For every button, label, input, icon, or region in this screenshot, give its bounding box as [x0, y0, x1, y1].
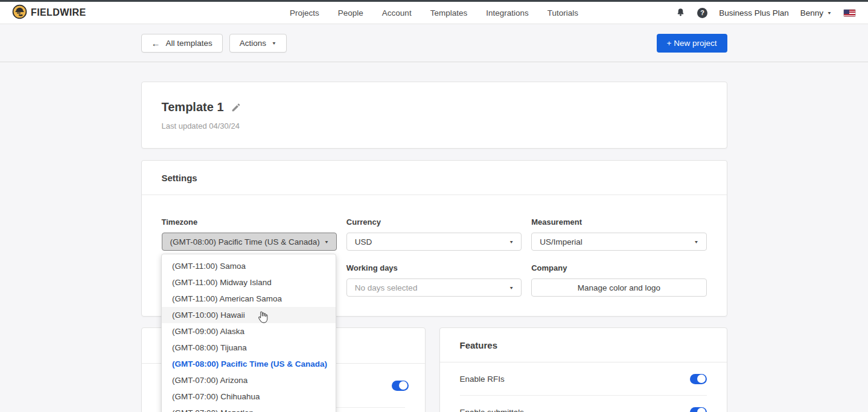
- measurement-label: Measurement: [531, 217, 706, 227]
- toggle-knob: [697, 375, 706, 383]
- chevron-down-icon: ▼: [827, 10, 832, 15]
- all-templates-button[interactable]: ← All templates: [141, 34, 223, 53]
- enable-rfis-label: Enable RFIs: [460, 375, 505, 384]
- actions-button[interactable]: Actions ▼: [229, 34, 287, 53]
- measurement-select[interactable]: US/Imperial ▼: [531, 233, 706, 251]
- chevron-down-icon: ▼: [509, 239, 514, 244]
- features-card: Features Enable RFIs Enable submittals: [439, 327, 727, 412]
- working-days-select[interactable]: No days selected ▼: [346, 278, 522, 297]
- timezone-select[interactable]: (GMT-08:00) Pacific Time (US & Canada) ▼: [162, 233, 337, 251]
- timezone-option[interactable]: (GMT-07:00) Arizona: [162, 372, 336, 388]
- timezone-field: Timezone (GMT-08:00) Pacific Time (US & …: [162, 217, 337, 251]
- timezone-option[interactable]: (GMT-08:00) Tijuana: [162, 340, 336, 356]
- feature-toggle-on[interactable]: [392, 381, 409, 391]
- nav-integrations[interactable]: Integrations: [486, 8, 529, 18]
- all-templates-label: All templates: [166, 39, 212, 48]
- measurement-value: US/Imperial: [540, 237, 582, 246]
- nav-projects[interactable]: Projects: [290, 8, 319, 18]
- template-header-card: Template 1 Last updated 04/30/24: [141, 82, 727, 149]
- enable-rfis-toggle-on[interactable]: [690, 374, 707, 384]
- fieldwire-logo-icon: [12, 4, 27, 22]
- actions-label: Actions: [240, 39, 266, 48]
- working-days-field: Working days No days selected ▼: [346, 263, 522, 297]
- company-label: Company: [531, 263, 706, 272]
- features-heading: Features: [440, 328, 727, 362]
- top-navbar: FIELDWIRE Projects People Account Templa…: [0, 2, 868, 24]
- last-updated-text: Last updated 04/30/24: [162, 121, 707, 130]
- page-toolbar: ← All templates Actions ▼ + New project: [0, 24, 868, 62]
- edit-pencil-icon[interactable]: [231, 102, 241, 113]
- enable-submittals-label: Enable submittals: [460, 408, 525, 412]
- timezone-label: Timezone: [162, 217, 337, 227]
- chevron-down-icon: ▼: [324, 239, 329, 244]
- chevron-down-icon: ▼: [272, 41, 276, 46]
- new-project-button[interactable]: + New project: [657, 34, 727, 53]
- chevron-down-icon: ▼: [509, 285, 514, 290]
- nav-people[interactable]: People: [338, 8, 363, 18]
- measurement-field: Measurement US/Imperial ▼: [531, 217, 706, 251]
- timezone-option[interactable]: (GMT-07:00) Chihuahua: [162, 388, 336, 405]
- timezone-option[interactable]: (GMT-09:00) Alaska: [162, 323, 336, 340]
- feature-row-submittals: Enable submittals: [440, 396, 727, 412]
- feature-row-rfis: Enable RFIs: [440, 362, 727, 395]
- timezone-dropdown: (GMT-11:00) Samoa (GMT-11:00) Midway Isl…: [161, 254, 336, 412]
- currency-value: USD: [355, 237, 372, 246]
- timezone-option[interactable]: (GMT-11:00) Midway Island: [162, 274, 336, 291]
- nav-templates[interactable]: Templates: [430, 8, 468, 18]
- timezone-option-hovered[interactable]: (GMT-10:00) Hawaii: [162, 307, 336, 323]
- language-flag-us[interactable]: [843, 9, 856, 17]
- toggle-knob: [399, 381, 407, 390]
- plan-badge[interactable]: Business Plus Plan: [719, 8, 789, 18]
- currency-label: Currency: [346, 217, 522, 227]
- enable-submittals-toggle-on[interactable]: [690, 407, 707, 412]
- user-menu[interactable]: Benny ▼: [800, 8, 832, 18]
- nav-tutorials[interactable]: Tutorials: [547, 8, 578, 18]
- manage-color-logo-button[interactable]: Manage color and logo: [531, 278, 706, 297]
- primary-nav: Projects People Account Templates Integr…: [290, 8, 578, 18]
- chevron-down-icon: ▼: [694, 239, 699, 244]
- notifications-bell-icon[interactable]: [675, 7, 686, 18]
- timezone-option[interactable]: (GMT-11:00) American Samoa: [162, 291, 336, 307]
- help-icon[interactable]: ?: [697, 8, 707, 18]
- fieldwire-logo[interactable]: FIELDWIRE: [12, 4, 86, 22]
- company-field: Company Manage color and logo: [531, 263, 706, 297]
- timezone-option[interactable]: (GMT-11:00) Samoa: [162, 258, 336, 274]
- toggle-knob: [697, 408, 706, 412]
- timezone-value: (GMT-08:00) Pacific Time (US & Canada): [170, 237, 320, 246]
- navbar-right: ? Business Plus Plan Benny ▼: [675, 7, 856, 18]
- main-content: Template 1 Last updated 04/30/24 Setting…: [0, 82, 868, 412]
- flag-canton: [844, 10, 849, 14]
- settings-heading: Settings: [142, 161, 727, 195]
- currency-field: Currency USD ▼: [346, 217, 522, 251]
- timezone-option-selected[interactable]: (GMT-08:00) Pacific Time (US & Canada): [162, 356, 336, 372]
- page-title: Template 1: [162, 100, 224, 114]
- timezone-option[interactable]: (GMT-07:00) Mazatlan: [162, 405, 336, 412]
- user-name: Benny: [800, 8, 823, 18]
- working-days-label: Working days: [346, 263, 522, 272]
- brand-name: FIELDWIRE: [31, 7, 86, 18]
- working-days-placeholder: No days selected: [355, 283, 418, 292]
- currency-select[interactable]: USD ▼: [346, 233, 522, 251]
- nav-account[interactable]: Account: [382, 8, 412, 18]
- back-arrow-icon: ←: [152, 38, 161, 48]
